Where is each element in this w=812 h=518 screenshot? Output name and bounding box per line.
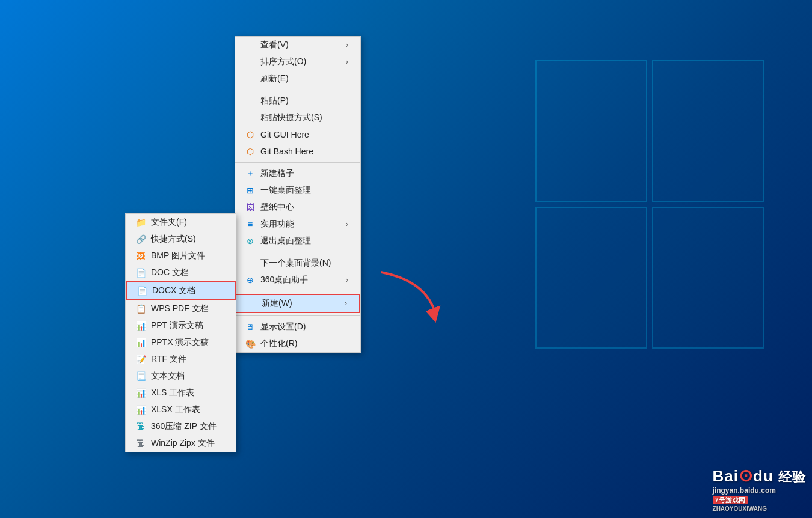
menu-item-view[interactable]: 查看(V) › [235,37,360,53]
paste-shortcut-icon [245,112,256,123]
submenu-item-wps-pdf[interactable]: 📋 WPS PDF 文档 [126,300,236,317]
new-icon [246,298,257,309]
grid-icon: ⊞ [245,185,256,196]
plus-icon: ＋ [245,168,256,179]
menu-item-refresh[interactable]: 刷新(E) [235,70,360,87]
list-icon: ≡ [245,219,256,230]
submenu-item-zipx[interactable]: 🗜 WinZip Zipx 文件 [126,435,236,452]
exp-label: 经验 [778,469,806,484]
arrow-icon: › [346,276,348,284]
wallpaper-icon: 🖼 [245,202,256,213]
submenu-item-xlsx[interactable]: 📊 XLSX 工作表 [126,401,236,418]
submenu-item-bmp[interactable]: 🖼 BMP 图片文件 [126,248,236,264]
menu-item-new[interactable]: 新建(W) › [235,294,360,313]
windows-logo [535,60,764,349]
separator-3 [235,252,360,252]
submenu-item-ppt[interactable]: 📊 PPT 演示文稿 [126,317,236,334]
win-pane-tr [652,60,764,202]
separator-1 [235,90,360,90]
win-pane-bl [535,207,647,349]
menu-item-exit[interactable]: ⊗ 退出桌面整理 [235,233,360,249]
menu-item-new-widget[interactable]: ＋ 新建格子 [235,165,360,182]
menu-item-next-bg[interactable]: 下一个桌面背景(N) [235,255,360,272]
badge-sub: ZHAOYOUXIWANG [713,505,806,512]
360-icon: ⊕ [245,275,256,285]
view-icon [245,40,256,50]
submenu-item-zip360[interactable]: 🗜 360压缩 ZIP 文件 [126,418,236,435]
xls-icon: 📊 [135,388,146,398]
separator-2 [235,162,360,163]
baidu-du: du [753,467,774,485]
zip360-icon: 🗜 [135,421,146,432]
xlsx-icon: 📊 [135,404,146,415]
menu-item-paste-shortcut[interactable]: 粘贴快捷方式(S) [235,109,360,126]
submenu-item-xls[interactable]: 📊 XLS 工作表 [126,385,236,401]
submenu-item-doc[interactable]: 📄 DOC 文档 [126,264,236,281]
display-icon: 🖥 [245,321,256,332]
paste-icon [245,96,256,106]
menu-item-git-bash[interactable]: ⬡ Git Bash Here [235,143,360,160]
submenu-item-shortcut[interactable]: 🔗 快捷方式(S) [126,231,236,248]
submenu-item-folder[interactable]: 📁 文件夹(F) [126,214,236,231]
rtf-icon: 📝 [135,354,146,365]
arrow-icon: › [345,299,347,308]
arrow-icon: › [346,220,348,228]
menu-item-display[interactable]: 🖥 显示设置(D) [235,318,360,335]
baidu-url: jingyan.baidu.com [713,486,806,495]
ppt-icon: 📊 [135,320,146,331]
menu-item-utility[interactable]: ≡ 实用功能 › [235,216,360,233]
red-arrow [366,265,446,325]
submenu-item-rtf[interactable]: 📝 RTF 文件 [126,351,236,368]
refresh-icon [245,73,256,84]
win-pane-br [652,207,764,349]
arrow-icon: › [346,58,348,66]
menu-item-personalize[interactable]: 🎨 个性化(R) [235,335,360,352]
sort-icon [245,56,256,67]
palette-icon: 🎨 [245,338,256,349]
separator-4 [235,291,360,291]
pdf-icon: 📋 [135,303,146,314]
desktop: 查看(V) › 排序方式(O) › 刷新(E) 粘贴(P) 粘贴快捷方式(S) … [0,0,812,518]
menu-item-git-gui[interactable]: ⬡ Git GUI Here [235,126,360,143]
bmp-icon: 🖼 [135,251,146,261]
context-menu: 查看(V) › 排序方式(O) › 刷新(E) 粘贴(P) 粘贴快捷方式(S) … [235,36,361,353]
doc-icon: 📄 [135,267,146,278]
git-bash-icon: ⬡ [245,146,256,157]
txt-icon: 📃 [135,371,146,382]
menu-item-paste[interactable]: 粘贴(P) [235,93,360,109]
submenu-item-pptx[interactable]: 📊 PPTX 演示文稿 [126,334,236,351]
menu-item-360-helper[interactable]: ⊕ 360桌面助手 › [235,272,360,288]
baidu-bai: Bai [713,467,739,485]
submenu-item-docx[interactable]: 📄 DOCX 文档 [126,281,236,300]
nextbg-icon [245,258,256,269]
arrow-icon: › [346,41,348,49]
menu-item-one-key[interactable]: ⊞ 一键桌面整理 [235,182,360,199]
exit-icon: ⊗ [245,236,256,246]
badge-label: 7号游戏网 [713,496,748,504]
separator-5 [235,315,360,316]
menu-item-wallpaper[interactable]: 🖼 壁纸中心 [235,199,360,216]
folder-icon: 📁 [135,217,146,228]
submenu-new: 📁 文件夹(F) 🔗 快捷方式(S) 🖼 BMP 图片文件 📄 DOC 文档 📄… [125,213,236,452]
git-gui-icon: ⬡ [245,129,256,140]
zipx-icon: 🗜 [135,438,146,449]
baidu-circle: ⊙ [739,466,753,485]
pptx-icon: 📊 [135,337,146,348]
menu-item-sort[interactable]: 排序方式(O) › [235,53,360,70]
submenu-item-txt[interactable]: 📃 文本文档 [126,368,236,385]
watermark: Bai⊙du 经验 jingyan.baidu.com 7号游戏网 ZHAOYO… [713,466,806,512]
win-pane-tl [535,60,647,202]
shortcut-icon: 🔗 [135,234,146,245]
docx-icon: 📄 [137,285,147,296]
